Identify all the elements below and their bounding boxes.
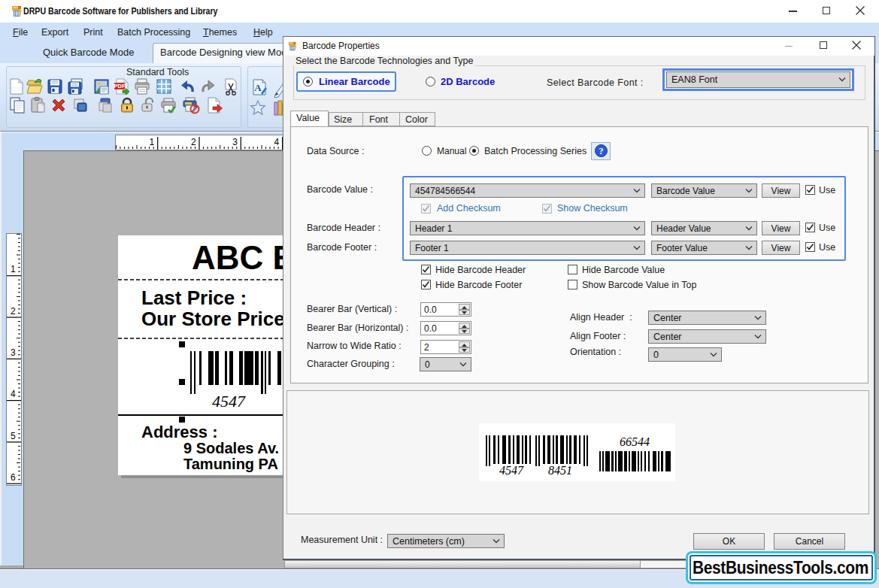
svg-text:Address :: Address : [141, 423, 217, 441]
svg-text:Last Price :: Last Price : [141, 286, 247, 309]
svg-text:3: 3 [11, 347, 16, 358]
svg-text:5: 5 [11, 431, 16, 441]
svg-text:1: 1 [11, 264, 16, 274]
svg-text:4547: 4547 [212, 392, 246, 411]
svg-text:4: 4 [274, 137, 280, 147]
svg-text:8451: 8451 [548, 464, 572, 477]
svg-text:A: A [254, 82, 262, 93]
svg-text:4547: 4547 [499, 464, 524, 477]
svg-text:3: 3 [232, 137, 238, 147]
svg-text:PDF: PDF [114, 83, 126, 89]
svg-text:6: 6 [11, 472, 16, 483]
svg-text:2: 2 [191, 137, 196, 147]
svg-text:9 Sodales Av.: 9 Sodales Av. [183, 440, 279, 456]
svg-text:1: 1 [150, 137, 155, 147]
svg-text:?: ? [599, 146, 604, 156]
svg-text:2: 2 [11, 306, 16, 317]
svg-text:66544: 66544 [620, 435, 650, 448]
svg-text:4: 4 [11, 389, 16, 399]
